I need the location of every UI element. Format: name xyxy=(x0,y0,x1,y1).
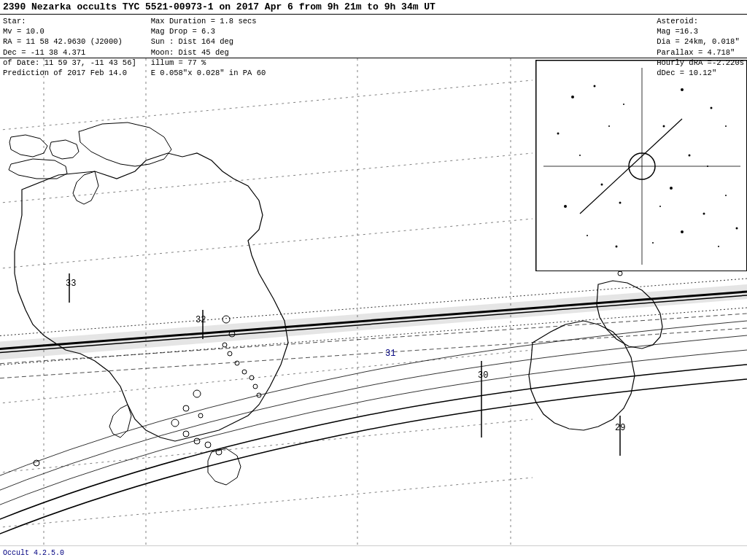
svg-point-57 xyxy=(587,235,588,236)
mag-drop: Mag Drop = 6.3 xyxy=(151,26,266,36)
svg-point-58 xyxy=(616,246,618,248)
moon-dist: Dist 45 deg xyxy=(179,48,229,57)
svg-point-50 xyxy=(681,88,684,91)
asteroid-dia: Dia = 24km, 0.018" xyxy=(657,36,744,47)
path-label-31: 31 xyxy=(385,349,395,359)
svg-point-65 xyxy=(689,155,691,157)
svg-point-69 xyxy=(619,202,622,204)
footer: Occult 4.2.5.0 xyxy=(0,545,747,560)
svg-point-52 xyxy=(725,125,727,127)
path-label-33: 33 xyxy=(66,279,76,289)
svg-point-56 xyxy=(564,205,567,208)
e-label: E 0.058"x 0.028" in PA 60 xyxy=(151,68,266,78)
svg-point-59 xyxy=(652,242,654,244)
max-duration-value: 1.8 secs xyxy=(220,17,256,26)
svg-point-70 xyxy=(659,206,661,207)
max-duration: Max Duration = 1.8 secs xyxy=(151,16,266,26)
asteroid-info: Asteroid: Mag =16.3 Dia = 24km, 0.018" P… xyxy=(657,16,744,78)
title-bar: 2390 Nezarka occults TYC 5521-00973-1 on… xyxy=(0,0,747,15)
sun-label: Sun : xyxy=(151,37,174,46)
svg-point-54 xyxy=(579,155,581,156)
ra-value: RA = 11 58 42.9630 (J2000) xyxy=(3,36,136,47)
asteroid-label: Asteroid: xyxy=(657,16,744,26)
event-info: Max Duration = 1.8 secs Mag Drop = 6.3 S… xyxy=(151,16,281,78)
svg-point-64 xyxy=(718,246,719,247)
moon-info: Moon: Dist 45 deg xyxy=(151,47,266,58)
svg-rect-42 xyxy=(536,61,747,271)
svg-point-66 xyxy=(707,166,708,167)
star-label: Star: xyxy=(3,16,136,26)
main-container: 2390 Nezarka occults TYC 5521-00973-1 on… xyxy=(0,0,747,560)
svg-point-47 xyxy=(571,96,574,98)
illum-info: illum = 77 % xyxy=(151,58,266,68)
svg-point-63 xyxy=(736,228,738,230)
svg-point-51 xyxy=(711,107,713,109)
hourly-dra: Hourly dRA =-2.220s xyxy=(657,58,744,68)
version-text: Occult 4.2.5.0 xyxy=(3,549,64,557)
star-info: Star: Mv = 10.0 RA = 11 58 42.9630 (J200… xyxy=(3,16,151,78)
mag-drop-label: Mag Drop = xyxy=(151,27,197,36)
svg-point-49 xyxy=(623,104,624,105)
svg-point-67 xyxy=(663,125,665,128)
svg-point-55 xyxy=(601,184,603,186)
dec-value: Dec = -11 38 4.371 xyxy=(3,47,136,58)
of-date-value: of Date: 11 59 37, -11 43 56] xyxy=(3,58,136,68)
title-text: 2390 Nezarka occults TYC 5521-00973-1 on… xyxy=(3,1,436,12)
svg-point-62 xyxy=(725,195,727,196)
star-chart-svg xyxy=(536,61,747,271)
svg-point-61 xyxy=(703,213,705,215)
star-chart xyxy=(535,60,747,271)
parallax-value: Parallax = 4.718" xyxy=(657,47,744,58)
mag-drop-value: 6.3 xyxy=(201,27,215,36)
svg-point-60 xyxy=(681,230,684,233)
mv-value: Mv = 10.0 xyxy=(3,26,136,36)
svg-point-53 xyxy=(557,133,560,135)
asteroid-mag: Mag =16.3 xyxy=(657,26,744,36)
max-duration-label: Max Duration = xyxy=(151,17,215,26)
prediction-text: Prediction of 2017 Feb 14.0 xyxy=(3,68,136,78)
path-label-30: 30 xyxy=(478,370,488,381)
sun-dist: Dist 164 deg xyxy=(179,37,234,46)
svg-point-71 xyxy=(670,187,673,190)
sun-info: Sun : Dist 164 deg xyxy=(151,36,266,47)
info-columns: Star: Mv = 10.0 RA = 11 58 42.9630 (J200… xyxy=(0,15,747,79)
svg-point-48 xyxy=(594,85,596,88)
hourly-ddec: dDec = 10.12" xyxy=(657,68,744,78)
svg-point-68 xyxy=(608,125,610,127)
header: 2390 Nezarka occults TYC 5521-00973-1 on… xyxy=(0,0,747,58)
moon-label: Moon: xyxy=(151,48,174,57)
